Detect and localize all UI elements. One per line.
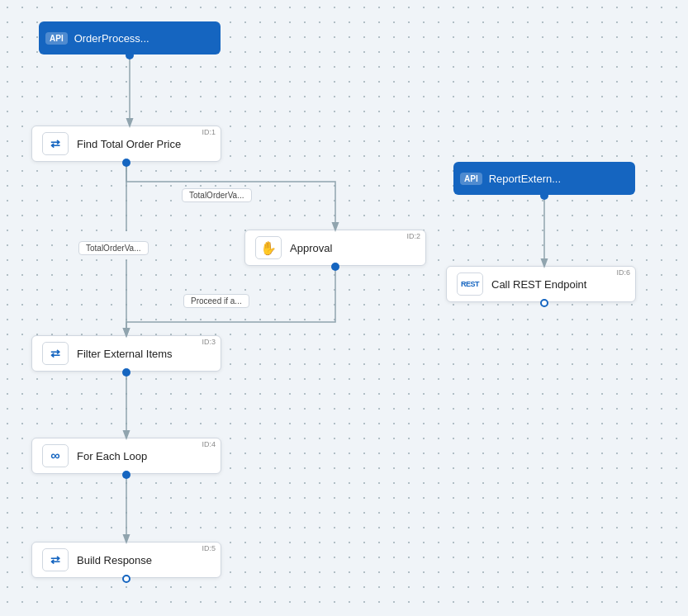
filter-icon-1: ⇄	[42, 132, 69, 155]
flow-canvas: API OrderProcess... ID:1 ⇄ Find Total Or…	[0, 0, 688, 616]
call-rest-endpoint-label: Call REST Endpoint	[491, 278, 586, 291]
dot-build-response-out	[122, 575, 130, 583]
node-id-2: ID:2	[406, 232, 420, 240]
dot-filter-out	[122, 368, 130, 377]
find-total-order-price-node[interactable]: ID:1 ⇄ Find Total Order Price	[31, 126, 221, 162]
node-id-1: ID:1	[202, 128, 216, 136]
filter-icon-3: ⇄	[42, 342, 69, 365]
order-process-node[interactable]: API OrderProcess...	[39, 21, 221, 54]
find-total-order-price-label: Find Total Order Price	[77, 138, 181, 150]
report-external-node[interactable]: API ReportExtern...	[453, 162, 635, 195]
approval-node[interactable]: ID:2 ✋ Approval	[244, 230, 426, 266]
approval-icon: ✋	[255, 236, 282, 259]
call-rest-endpoint-node[interactable]: ID:6 REST Call REST Endpoint	[446, 266, 636, 302]
node-id-6: ID:6	[616, 268, 630, 277]
node-id-5: ID:5	[202, 544, 216, 552]
dot-report-external-out	[540, 192, 548, 200]
proceed-if-label: Proceed if a...	[183, 294, 249, 308]
build-response-node[interactable]: ID:5 ⇄ Build Response	[31, 542, 221, 578]
dot-order-process-out	[126, 51, 134, 59]
build-response-icon: ⇄	[42, 548, 69, 571]
total-order-va-label-1: TotalOrderVa...	[182, 188, 252, 202]
filter-external-items-node[interactable]: ID:3 ⇄ Filter External Items	[31, 335, 221, 372]
for-each-loop-node[interactable]: ID:4 ∞ For Each Loop	[31, 438, 221, 474]
filter-external-items-label: Filter External Items	[77, 348, 173, 360]
node-id-3: ID:3	[202, 338, 216, 346]
api-badge: API	[45, 32, 68, 45]
rest-icon: REST	[457, 272, 483, 296]
build-response-label: Build Response	[77, 554, 152, 566]
total-order-va-label-2: TotalOrderVa...	[78, 241, 149, 255]
api-badge-2: API	[460, 173, 482, 185]
order-process-label: OrderProcess...	[74, 32, 149, 45]
dot-find-total-out	[122, 159, 130, 167]
approval-label: Approval	[290, 242, 332, 254]
node-id-4: ID:4	[202, 440, 216, 448]
report-external-label: ReportExtern...	[489, 173, 561, 185]
connections-svg	[0, 0, 688, 616]
dot-loop-out	[122, 471, 130, 479]
loop-icon: ∞	[42, 444, 69, 467]
dot-approval-out	[331, 263, 339, 271]
for-each-loop-label: For Each Loop	[77, 450, 147, 462]
dot-call-rest-out	[540, 299, 548, 307]
